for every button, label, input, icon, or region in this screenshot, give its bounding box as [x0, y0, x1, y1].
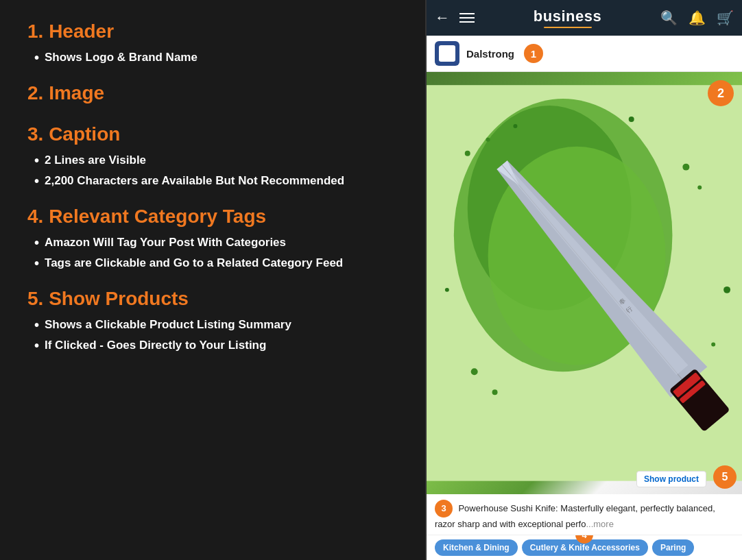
section-1-heading: 1. Header: [27, 21, 398, 42]
section-1-number: 1.: [27, 21, 43, 42]
section-3-bullets: 2 Lines are Visible 2,200 Characters are…: [27, 152, 398, 189]
menu-button[interactable]: [459, 13, 475, 23]
section-3: 3. Caption 2 Lines are Visible 2,200 Cha…: [27, 123, 398, 193]
tag-kitchen-dining[interactable]: Kitchen & Dining: [435, 539, 518, 556]
left-panel: 1. Header Shows Logo & Brand Name 2. Ima…: [0, 0, 425, 560]
post-header: Dalstrong 1: [427, 36, 742, 72]
section-3-title: Caption: [49, 123, 120, 145]
bullet-item: 2,200 Characters are Available But Not R…: [34, 173, 398, 189]
section-5-bullets: Shows a Clickable Product Listing Summar…: [27, 317, 398, 354]
section-3-heading: 3. Caption: [27, 123, 398, 145]
back-button[interactable]: ←: [435, 9, 450, 27]
badge-5: 5: [713, 465, 737, 489]
svg-point-7: [697, 186, 702, 190]
section-2-number: 2.: [27, 82, 43, 104]
svg-point-4: [465, 151, 470, 156]
section-4-heading: 4. Relevant Category Tags: [27, 206, 398, 228]
badge-2: 2: [708, 80, 734, 106]
bell-icon[interactable]: 🔔: [689, 10, 706, 26]
bullet-item: Tags are Clickable and Go to a Related C…: [34, 255, 398, 271]
app-bar-title: business: [484, 8, 651, 28]
section-5-title: Show Products: [49, 288, 189, 309]
section-4-bullets: Amazon Will Tag Your Post With Categorie…: [27, 234, 398, 271]
caption-text: Powerhouse Sushi Knife: Masterfully eleg…: [435, 503, 715, 529]
svg-point-13: [629, 117, 634, 122]
caption-text-content: Powerhouse Sushi Knife: Masterfully eleg…: [435, 503, 715, 529]
svg-point-15: [445, 288, 449, 292]
badge-1: 1: [524, 44, 543, 63]
post-image-svg: 奉 行: [427, 72, 742, 494]
bullet-item: Amazon Will Tag Your Post With Categorie…: [34, 234, 398, 251]
svg-point-14: [723, 287, 730, 293]
brand-name: Dalstrong: [466, 48, 514, 60]
brand-logo-inner: [439, 45, 455, 62]
app-bar: ← business 🔍 🔔 🛒: [427, 0, 742, 36]
badge-3: 3: [435, 500, 453, 518]
section-2: 2. Image: [27, 82, 398, 111]
svg-point-10: [492, 389, 498, 395]
svg-point-12: [513, 124, 517, 128]
section-5-number: 5.: [27, 288, 43, 309]
svg-point-6: [682, 164, 689, 171]
section-4-title: Relevant Category Tags: [49, 206, 266, 227]
app-bar-icons: 🔍 🔔 🛒: [660, 10, 734, 26]
bullet-item: 2 Lines are Visible: [34, 152, 398, 169]
section-1-title: Header: [49, 21, 114, 42]
post-image: 奉 行 2 Show product 5: [427, 72, 742, 494]
tag-paring[interactable]: Paring: [652, 539, 694, 556]
section-3-number: 3.: [27, 123, 43, 145]
section-5-heading: 5. Show Products: [27, 288, 398, 310]
show-product-button[interactable]: Show product: [636, 471, 706, 487]
section-4-number: 4.: [27, 206, 43, 227]
section-2-heading: 2. Image: [27, 82, 398, 104]
section-5: 5. Show Products Shows a Clickable Produ…: [27, 288, 398, 358]
right-panel: ← business 🔍 🔔 🛒 Dalstrong 1: [425, 0, 742, 560]
section-1: 1. Header Shows Logo & Brand Name: [27, 21, 398, 70]
section-1-bullets: Shows Logo & Brand Name: [27, 49, 398, 66]
bullet-item: If Clicked - Goes Directly to Your Listi…: [34, 337, 398, 354]
svg-point-11: [471, 368, 478, 375]
post-caption: 3 Powerhouse Sushi Knife: Masterfully el…: [427, 494, 742, 535]
cart-icon[interactable]: 🛒: [717, 10, 734, 26]
section-4: 4. Relevant Category Tags Amazon Will Ta…: [27, 206, 398, 276]
section-2-title: Image: [49, 82, 104, 104]
brand-logo: [435, 41, 459, 66]
caption-more[interactable]: ...more: [586, 519, 613, 529]
amazon-underline-decoration: [544, 27, 592, 28]
bullet-item: Shows Logo & Brand Name: [34, 49, 398, 66]
tags-row: 4 Kitchen & Dining Cutlery & Knife Acces…: [427, 535, 742, 560]
search-icon[interactable]: 🔍: [660, 10, 678, 26]
svg-point-9: [711, 343, 715, 347]
app-title-text: business: [534, 8, 601, 25]
svg-point-5: [486, 138, 490, 142]
bullet-item: Shows a Clickable Product Listing Summar…: [34, 317, 398, 333]
